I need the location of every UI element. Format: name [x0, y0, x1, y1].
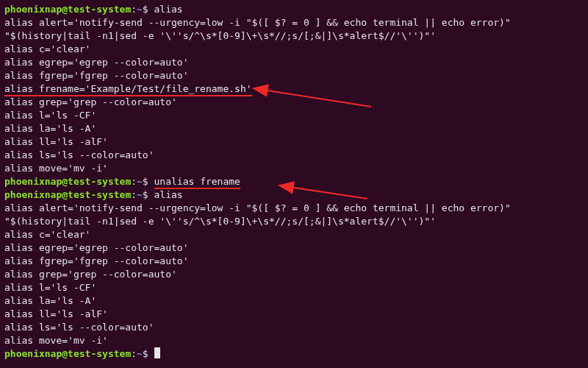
alias-output-line: alias l='ls -CF'	[4, 109, 584, 122]
prompt-line: phoenixnap@test-system:~$ alias	[4, 3, 584, 16]
prompt-user: phoenixnap	[4, 189, 62, 200]
alias-output-line: alias la='ls -A'	[4, 122, 584, 135]
alias-frename-line: alias frename='Example/Test/file_rename.…	[4, 82, 584, 96]
command-unalias-frename: unalias frename	[154, 176, 240, 189]
prompt-path: ~	[137, 189, 143, 200]
prompt-host: test-system	[68, 176, 131, 187]
alias-output-line: alias ls='ls --color=auto'	[4, 149, 584, 162]
alias-output-line: alias ll='ls -alF'	[4, 308, 584, 321]
alias-output-line: alias ll='ls -alF'	[4, 135, 584, 149]
alias-output-line: alias c='clear'	[4, 43, 584, 56]
prompt-colon: :	[131, 4, 137, 15]
alias-output-line: alias l='ls -CF'	[4, 281, 584, 294]
prompt-colon: :	[131, 348, 137, 359]
command-alias: alias	[154, 4, 183, 15]
prompt-dollar: $	[143, 348, 148, 359]
prompt-user: phoenixnap	[4, 348, 62, 359]
alias-output-line: alias c='clear'	[4, 228, 584, 241]
prompt-colon: :	[131, 189, 137, 200]
alias-output-line: alias fgrep='fgrep --color=auto'	[4, 255, 584, 268]
alias-output-line: alias fgrep='fgrep --color=auto'	[4, 69, 584, 82]
cursor	[154, 347, 160, 358]
prompt-host: test-system	[68, 189, 131, 200]
prompt-host: test-system	[68, 348, 131, 359]
prompt-line: phoenixnap@test-system:~$ unalias frenam…	[4, 175, 584, 188]
alias-output-line: alias la='ls -A'	[4, 294, 584, 308]
prompt-at: @	[62, 4, 68, 15]
prompt-colon: :	[131, 176, 137, 187]
alias-output-line: alias move='mv -i'	[4, 162, 584, 175]
prompt-dollar: $	[143, 4, 148, 15]
alias-output-line: alias alert='notify-send --urgency=low -…	[4, 202, 584, 215]
alias-output-line: alias move='mv -i'	[4, 334, 584, 347]
prompt-host: test-system	[68, 4, 131, 15]
alias-output-line: alias egrep='egrep --color=auto'	[4, 241, 584, 255]
underlined-frename: alias frename='Example/Test/file_rename.…	[4, 83, 252, 96]
prompt-user: phoenixnap	[4, 176, 62, 187]
alias-output-line: alias ls='ls --color=auto'	[4, 321, 584, 334]
prompt-path: ~	[137, 176, 143, 187]
prompt-line: phoenixnap@test-system:~$ alias	[4, 188, 584, 202]
prompt-user: phoenixnap	[4, 4, 62, 15]
prompt-path: ~	[137, 4, 143, 15]
prompt-at: @	[62, 348, 68, 359]
alias-output-line: "$(history|tail -n1|sed -e '\''s/^\s*[0-…	[4, 215, 584, 228]
alias-output-line: alias egrep='egrep --color=auto'	[4, 56, 584, 69]
alias-output-line: alias alert='notify-send --urgency=low -…	[4, 16, 584, 29]
prompt-dollar: $	[143, 189, 148, 200]
terminal[interactable]: phoenixnap@test-system:~$ aliasalias ale…	[4, 3, 584, 361]
prompt-at: @	[62, 176, 68, 187]
alias-output-line: "$(history|tail -n1|sed -e '\''s/^\s*[0-…	[4, 29, 584, 43]
prompt-path: ~	[137, 348, 143, 359]
command-alias: alias	[154, 189, 183, 200]
prompt-line-cursor: phoenixnap@test-system:~$	[4, 347, 584, 361]
alias-output-line: alias grep='grep --color=auto'	[4, 268, 584, 281]
prompt-dollar: $	[143, 176, 148, 187]
prompt-at: @	[62, 189, 68, 200]
alias-output-line: alias grep='grep --color=auto'	[4, 96, 584, 109]
